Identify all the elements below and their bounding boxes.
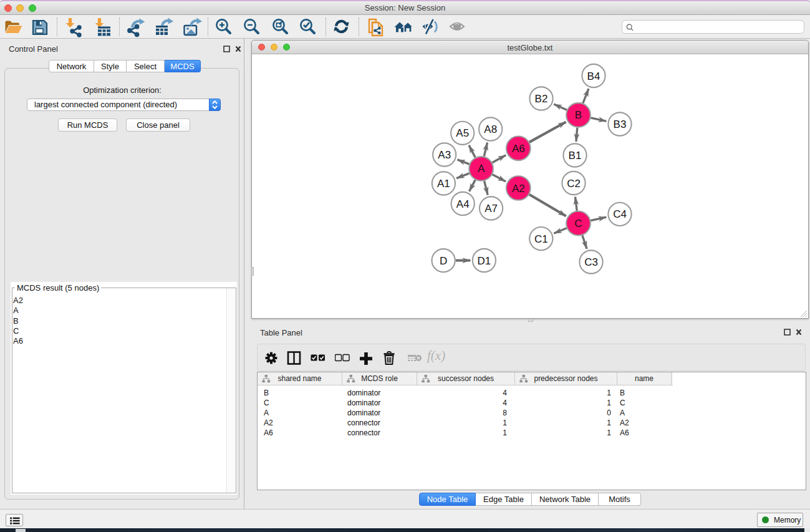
svg-text:A1: A1	[437, 178, 450, 190]
svg-text:C3: C3	[584, 256, 598, 268]
svg-text:A: A	[478, 163, 485, 175]
svg-text:A4: A4	[456, 198, 470, 210]
svg-text:A7: A7	[485, 203, 498, 215]
svg-text:B3: B3	[614, 118, 627, 130]
svg-text:D1: D1	[478, 255, 491, 267]
svg-text:B: B	[575, 109, 582, 121]
svg-text:A5: A5	[456, 127, 469, 139]
svg-text:D: D	[440, 255, 447, 267]
svg-text:B4: B4	[587, 70, 600, 82]
svg-text:A8: A8	[484, 123, 497, 135]
svg-text:C1: C1	[534, 233, 548, 245]
svg-text:B1: B1	[569, 150, 582, 162]
svg-text:A2: A2	[512, 183, 525, 195]
svg-text:C4: C4	[613, 208, 627, 220]
svg-text:A3: A3	[438, 149, 451, 161]
svg-text:C2: C2	[567, 178, 581, 190]
svg-text:A6: A6	[512, 143, 525, 155]
svg-text:C: C	[574, 218, 582, 230]
svg-text:B2: B2	[535, 93, 548, 105]
